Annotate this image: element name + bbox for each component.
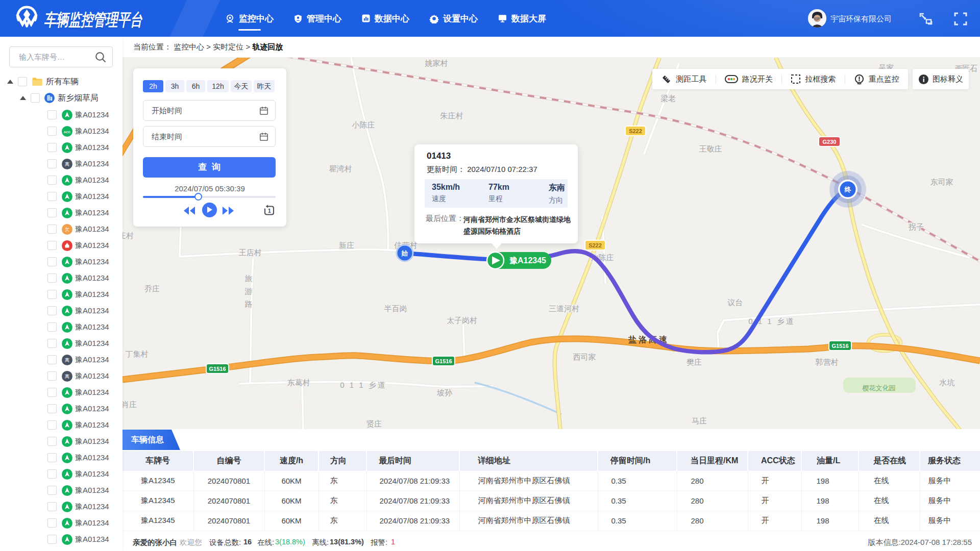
svg-text:议台: 议台 [727,298,743,307]
svg-text:豫A12345: 豫A12345 [509,256,546,265]
svg-text:瞿湾村: 瞿湾村 [329,164,352,173]
svg-text:S222: S222 [629,128,642,134]
svg-text:乔庄: 乔庄 [144,284,160,293]
svg-text:半百岗: 半百岗 [384,304,407,313]
svg-text:樊庄: 樊庄 [687,358,702,366]
svg-text:离: 离 [65,373,70,379]
svg-text:太子岗村: 太子岗村 [447,316,477,324]
svg-text:樱花文化园: 樱花文化园 [862,384,896,392]
svg-text:水坑: 水坑 [939,378,955,387]
svg-text:王店村: 王店村 [239,248,262,257]
svg-text:路: 路 [245,299,253,308]
svg-text:旅: 旅 [244,274,253,283]
svg-text:小陈庄: 小陈庄 [352,120,375,129]
svg-text:东葛村: 东葛村 [287,378,310,387]
svg-text:ACC: ACC [64,130,71,133]
svg-text:西司家: 西司家 [573,353,596,361]
svg-text:0 1 1 乡道: 0 1 1 乡道 [340,381,387,389]
svg-text:G230: G230 [823,139,837,145]
svg-text:马庄: 马庄 [692,416,707,425]
svg-text:丁集村: 丁集村 [126,349,149,358]
svg-text:三道河村: 三道河村 [549,304,579,313]
svg-text:东司家: 东司家 [930,178,953,186]
svg-text:新庄: 新庄 [339,241,354,249]
svg-text:肖庄: 肖庄 [122,400,137,409]
svg-text:庄村: 庄村 [122,231,134,240]
svg-text:欠: 欠 [65,227,70,232]
svg-text:坡孙: 坡孙 [436,388,453,397]
svg-text:朱庄村: 朱庄村 [440,111,463,120]
svg-text:王敬庄: 王敬庄 [699,144,722,153]
svg-text:G1516: G1516 [209,366,226,372]
svg-text:终: 终 [844,186,852,193]
svg-text:游: 游 [244,287,253,295]
svg-text:G1516: G1516 [435,358,452,364]
svg-text:离: 离 [65,357,70,363]
svg-text:G1516: G1516 [831,343,848,349]
svg-text:离: 离 [65,161,70,167]
svg-text:郭营村: 郭营村 [815,358,839,366]
svg-text:拐子: 拐子 [909,222,924,231]
svg-text:贤庄: 贤庄 [366,419,382,428]
svg-text:1: 1 [268,208,271,214]
svg-text:S222: S222 [589,242,602,248]
svg-text:始: 始 [401,249,408,257]
svg-text:姚家村: 姚家村 [425,59,448,67]
svg-text:梁老: 梁老 [660,94,676,103]
